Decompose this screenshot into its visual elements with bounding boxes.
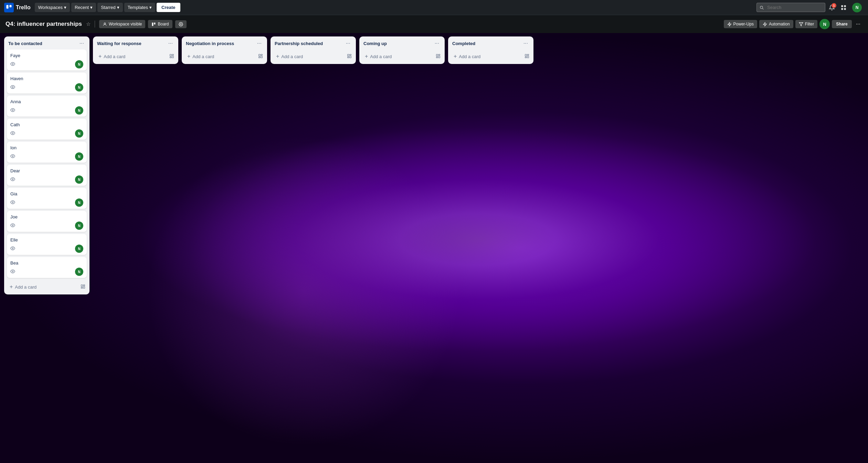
card-title-joe: Joe xyxy=(10,214,83,219)
svg-rect-28 xyxy=(170,57,171,58)
svg-rect-39 xyxy=(438,56,440,58)
chevron-down-icon: ▾ xyxy=(149,5,152,10)
list-menu-completed[interactable]: ··· xyxy=(522,40,529,47)
card-avatar-elle: N xyxy=(75,245,83,253)
template-button-to-be-contacted[interactable] xyxy=(79,283,87,291)
svg-point-14 xyxy=(12,132,13,134)
share-button[interactable]: Share xyxy=(832,20,851,28)
ellipsis-icon: ··· xyxy=(346,40,350,46)
list-negotiation-in-process: Negotiation in process···+Add a card xyxy=(182,36,267,64)
profile-button[interactable]: N xyxy=(850,1,864,14)
svg-rect-36 xyxy=(348,57,349,58)
template-button-negotiation-in-process[interactable] xyxy=(257,52,264,61)
list-menu-negotiation-in-process[interactable]: ··· xyxy=(256,40,263,47)
notifications-button[interactable]: 1 xyxy=(827,2,837,13)
list-title-partnership-scheduled: Partnership scheduled xyxy=(275,41,345,46)
card-title-dear: Dear xyxy=(10,168,83,173)
workspace-visible-button[interactable]: Workspace visible xyxy=(99,20,145,28)
card-avatar-dear: N xyxy=(75,175,83,184)
card-faye[interactable]: FayeN xyxy=(7,50,87,71)
automation-button[interactable]: Automation xyxy=(759,20,793,28)
card-title-anna: Anna xyxy=(10,99,83,104)
template-icon xyxy=(258,54,263,58)
card-ion[interactable]: IonN xyxy=(7,142,87,163)
list-waiting-for-response: Waiting for response···+Add a card xyxy=(93,36,178,64)
list-partnership-scheduled: Partnership scheduled···+Add a card xyxy=(271,36,356,64)
card-title-ion: Ion xyxy=(10,145,83,150)
notification-badge: 1 xyxy=(832,3,836,8)
recent-menu[interactable]: Recent ▾ xyxy=(71,3,96,12)
card-elle[interactable]: ElleN xyxy=(7,234,87,255)
add-card-button-coming-up[interactable]: +Add a card xyxy=(362,52,434,61)
template-button-partnership-scheduled[interactable] xyxy=(346,52,353,61)
list-title-coming-up: Coming up xyxy=(363,41,433,46)
list-menu-coming-up[interactable]: ··· xyxy=(433,40,441,47)
power-ups-button[interactable]: Power-Ups xyxy=(724,20,757,28)
svg-point-12 xyxy=(12,86,13,88)
svg-rect-8 xyxy=(154,22,156,24)
templates-menu[interactable]: Templates ▾ xyxy=(124,3,155,12)
card-cath[interactable]: CathN xyxy=(7,119,87,140)
card-haven[interactable]: HavenN xyxy=(7,73,87,94)
card-title-gia: Gia xyxy=(10,191,83,196)
card-footer-faye: N xyxy=(10,60,83,68)
list-footer-waiting-for-response: +Add a card xyxy=(93,50,178,64)
card-avatar-anna: N xyxy=(75,106,83,115)
watch-icon-dear xyxy=(10,177,15,183)
board-canvas: To be contacted···FayeNHavenNAnnaNCathNI… xyxy=(0,33,868,463)
add-card-button-to-be-contacted[interactable]: +Add a card xyxy=(7,282,79,292)
card-footer-cath: N xyxy=(10,129,83,138)
card-footer-dear: N xyxy=(10,175,83,184)
list-menu-to-be-contacted[interactable]: ··· xyxy=(78,40,85,47)
svg-rect-26 xyxy=(172,54,173,55)
list-coming-up: Coming up···+Add a card xyxy=(359,36,445,64)
list-menu-waiting-for-response[interactable]: ··· xyxy=(167,40,174,47)
template-button-waiting-for-response[interactable] xyxy=(168,52,176,61)
customize-icon xyxy=(179,22,183,26)
watch-icon-ion xyxy=(10,154,15,160)
add-card-button-partnership-scheduled[interactable]: +Add a card xyxy=(273,52,346,61)
board-user-avatar[interactable]: N xyxy=(819,19,830,29)
star-board-button[interactable]: ☆ xyxy=(86,21,91,27)
apps-icon xyxy=(840,4,847,11)
ellipsis-icon: ··· xyxy=(435,40,439,46)
filter-button[interactable]: Filter xyxy=(795,20,818,28)
chevron-down-icon: ▾ xyxy=(117,5,119,10)
starred-menu[interactable]: Starred ▾ xyxy=(97,3,123,12)
card-footer-haven: N xyxy=(10,83,83,91)
customize-button[interactable] xyxy=(175,20,187,28)
svg-point-20 xyxy=(12,271,13,272)
plus-icon: + xyxy=(365,54,368,59)
card-anna[interactable]: AnnaN xyxy=(7,96,87,117)
card-title-bea: Bea xyxy=(10,260,83,266)
template-button-coming-up[interactable] xyxy=(434,52,442,61)
ellipsis-icon: ··· xyxy=(856,21,860,27)
add-card-button-waiting-for-response[interactable]: +Add a card xyxy=(96,52,168,61)
card-joe[interactable]: JoeN xyxy=(7,211,87,232)
svg-rect-35 xyxy=(350,56,351,58)
workspaces-menu[interactable]: Workspaces ▾ xyxy=(35,3,70,12)
add-card-button-negotiation-in-process[interactable]: +Add a card xyxy=(184,52,257,61)
trello-logo[interactable]: Trello xyxy=(4,3,31,12)
board-title: Q4: influencer partnerships xyxy=(6,21,82,28)
add-card-button-completed[interactable]: +Add a card xyxy=(451,52,523,61)
card-footer-gia: N xyxy=(10,198,83,207)
svg-point-18 xyxy=(12,225,13,226)
template-button-completed[interactable] xyxy=(523,52,531,61)
card-footer-bea: N xyxy=(10,268,83,276)
list-footer-coming-up: +Add a card xyxy=(359,50,445,64)
cards-to-be-contacted: FayeNHavenNAnnaNCathNIonNDearNGiaNJoeNEl… xyxy=(4,50,89,280)
board-view-button[interactable]: Board xyxy=(148,20,172,28)
search-input[interactable] xyxy=(756,3,825,12)
list-menu-partnership-scheduled[interactable]: ··· xyxy=(345,40,352,47)
list-header-negotiation-in-process: Negotiation in process··· xyxy=(182,36,267,50)
card-dear[interactable]: DearN xyxy=(7,165,87,186)
ellipsis-icon: ··· xyxy=(523,40,528,46)
watch-icon-haven xyxy=(10,85,15,90)
card-gia[interactable]: GiaN xyxy=(7,188,87,209)
create-button[interactable]: Create xyxy=(157,3,180,12)
card-bea[interactable]: BeaN xyxy=(7,257,87,278)
svg-point-19 xyxy=(12,248,13,249)
apps-button[interactable] xyxy=(838,2,849,13)
more-options-button[interactable]: ··· xyxy=(854,19,862,29)
